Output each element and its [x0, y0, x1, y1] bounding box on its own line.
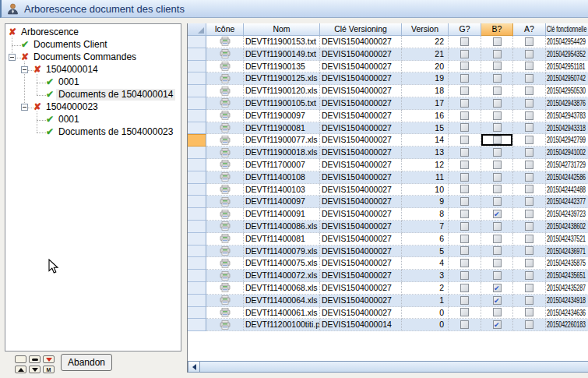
row-selector[interactable]: [188, 61, 206, 73]
checkbox-cell-g[interactable]: [449, 48, 481, 61]
b-checkbox[interactable]: [493, 161, 502, 169]
cell-version[interactable]: 2: [402, 282, 449, 295]
g-checkbox[interactable]: [460, 37, 469, 46]
checkbox-cell-g[interactable]: [449, 122, 481, 135]
row-selector[interactable]: [188, 208, 206, 221]
checkbox-cell-a[interactable]: [513, 171, 546, 184]
cell-cle-versioning[interactable]: DEVIS1504000027: [320, 233, 402, 246]
cell-version[interactable]: 21: [402, 48, 449, 61]
checkbox-cell-b[interactable]: [481, 270, 513, 282]
a-checkbox[interactable]: [525, 148, 533, 157]
cell-cle-versioning[interactable]: DEVIS1504000027: [320, 72, 402, 85]
cell-cle-versioning[interactable]: DEVIS1504000027: [320, 307, 402, 320]
cell-cle-fonctionnelle[interactable]: 2015042731729: [546, 159, 588, 171]
select-all-header[interactable]: [188, 23, 206, 36]
cell-cle-versioning[interactable]: DEVIS1504000027: [320, 208, 402, 221]
cell-icone[interactable]: [206, 295, 244, 307]
cell-version[interactable]: 7: [402, 221, 449, 233]
column-header-a[interactable]: A?: [513, 23, 546, 36]
cell-cle-versioning[interactable]: DEVIS1504000027: [320, 196, 402, 208]
b-checkbox[interactable]: [493, 271, 502, 280]
b-checkbox[interactable]: [493, 210, 502, 218]
b-checkbox[interactable]: [493, 246, 502, 255]
nav-up-button[interactable]: [15, 366, 26, 373]
checkbox-cell-g[interactable]: [449, 171, 481, 184]
cell-cle-fonctionnelle[interactable]: 2015042437521: [546, 233, 588, 246]
cell-icone[interactable]: [206, 221, 244, 233]
checkbox-cell-b[interactable]: [481, 246, 513, 258]
cell-cle-versioning[interactable]: DEVIS1504000014: [320, 319, 402, 331]
checkbox-cell-a[interactable]: [513, 295, 546, 307]
cell-cle-fonctionnelle[interactable]: 2015042942799: [546, 134, 588, 147]
b-checkbox[interactable]: [493, 62, 502, 70]
cell-cle-versioning[interactable]: DEVIS1504000027: [320, 221, 402, 233]
cell-version[interactable]: 0: [402, 307, 449, 320]
cell-cle-versioning[interactable]: DEVIS1504000027: [320, 171, 402, 184]
cell-nom[interactable]: DEVTf11400097: [244, 196, 320, 208]
checkbox-cell-b[interactable]: [481, 208, 513, 221]
checkbox-cell-a[interactable]: [513, 61, 546, 73]
checkbox-cell-a[interactable]: [513, 72, 546, 85]
g-checkbox[interactable]: [460, 161, 469, 169]
cell-icone[interactable]: [206, 61, 244, 73]
cell-cle-versioning[interactable]: DEVIS1504000027: [320, 122, 402, 135]
row-selector[interactable]: [188, 72, 206, 85]
cell-nom[interactable]: DEVTf11400072.xls: [244, 270, 320, 282]
cell-version[interactable]: 17: [402, 97, 449, 110]
row-selector[interactable]: [188, 134, 206, 147]
checkbox-cell-a[interactable]: [513, 270, 546, 282]
checkbox-cell-a[interactable]: [513, 159, 546, 171]
a-checkbox[interactable]: [525, 87, 533, 95]
cell-icone[interactable]: [206, 319, 244, 331]
cell-icone[interactable]: [206, 246, 244, 258]
a-checkbox[interactable]: [525, 320, 533, 329]
cell-version[interactable]: 22: [402, 36, 449, 48]
cell-nom[interactable]: DEVTf11900081: [244, 122, 320, 135]
a-checkbox[interactable]: [525, 123, 533, 132]
checkbox-cell-g[interactable]: [449, 159, 481, 171]
cell-cle-fonctionnelle[interactable]: 2015042950742: [546, 72, 588, 85]
cell-version[interactable]: 12: [402, 159, 449, 171]
checkbox-cell-b[interactable]: [481, 48, 513, 61]
nav-current-record-button[interactable]: [29, 355, 40, 363]
cell-icone[interactable]: [206, 159, 244, 171]
a-checkbox[interactable]: [525, 99, 533, 108]
cell-nom[interactable]: DEVTf11400079.xls: [244, 246, 320, 258]
row-selector[interactable]: [188, 257, 206, 270]
row-selector[interactable]: [188, 122, 206, 135]
cell-cle-versioning[interactable]: DEVIS1504000027: [320, 110, 402, 122]
cell-cle-versioning[interactable]: DEVIS1504000027: [320, 134, 402, 147]
cell-cle-fonctionnelle[interactable]: 2015042438602: [546, 221, 588, 233]
g-checkbox[interactable]: [460, 136, 469, 144]
b-checkbox[interactable]: [493, 173, 502, 182]
checkbox-cell-b[interactable]: [481, 110, 513, 122]
cell-cle-fonctionnelle[interactable]: 2015042260183: [546, 319, 588, 331]
g-checkbox[interactable]: [460, 99, 469, 108]
cell-cle-fonctionnelle[interactable]: 2015042442377: [546, 196, 588, 208]
checkbox-cell-g[interactable]: [449, 233, 481, 246]
tree-item-1504000023[interactable]: ✘1504000023: [5, 101, 181, 114]
horizontal-scrollbar[interactable]: [188, 361, 588, 373]
cell-icone[interactable]: [206, 110, 244, 122]
cell-version[interactable]: 4: [402, 257, 449, 270]
cell-icone[interactable]: [206, 184, 244, 196]
cell-icone[interactable]: [206, 85, 244, 97]
cell-icone[interactable]: [206, 36, 244, 48]
g-checkbox[interactable]: [460, 173, 469, 182]
checkbox-cell-b[interactable]: [481, 171, 513, 184]
b-checkbox[interactable]: [493, 87, 502, 95]
checkbox-cell-a[interactable]: [513, 36, 546, 48]
tree-item-documents-de-1504000023[interactable]: ✔Documents de 1504000023: [5, 126, 181, 139]
nav-down-button[interactable]: [29, 366, 40, 373]
checkbox-cell-g[interactable]: [449, 134, 481, 147]
cell-nom[interactable]: DEVTf11900135: [244, 61, 320, 73]
checkbox-cell-a[interactable]: [513, 122, 546, 135]
cell-version[interactable]: 20: [402, 61, 449, 73]
cell-cle-fonctionnelle[interactable]: 2015042954352: [546, 48, 588, 61]
g-checkbox[interactable]: [460, 320, 469, 329]
cell-icone[interactable]: [206, 48, 244, 61]
a-checkbox[interactable]: [525, 246, 533, 255]
cell-cle-versioning[interactable]: DEVIS1504000027: [320, 184, 402, 196]
checkbox-cell-a[interactable]: [513, 110, 546, 122]
abandon-button[interactable]: Abandon: [61, 354, 112, 371]
